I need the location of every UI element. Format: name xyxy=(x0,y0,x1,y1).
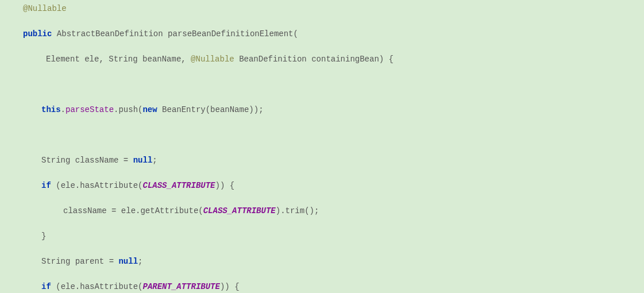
blank-line-2 xyxy=(0,129,644,141)
code-line-4: this.parseState.push(new BeanEntry(beanN… xyxy=(0,103,644,116)
code-line-10: if (ele.hasAttribute(PARENT_ATTRIBUTE)) … xyxy=(0,280,644,293)
code-line-3: Element ele, String beanName, @Nullable … xyxy=(0,53,644,65)
blank-line-1 xyxy=(0,78,644,91)
code-line-2: public AbstractBeanDefinition parseBeanD… xyxy=(0,28,644,40)
code-line-6: if (ele.hasAttribute(CLASS_ATTRIBUTE)) { xyxy=(0,179,644,192)
annotation: @Nullable xyxy=(23,4,67,13)
code-line-7: className = ele.getAttribute(CLASS_ATTRI… xyxy=(0,205,644,217)
code-line-8: } xyxy=(0,230,644,242)
code-line-9: String parent = null; xyxy=(0,255,644,268)
code-line-1: @Nullable xyxy=(0,2,644,15)
code-block: @Nullable public AbstractBeanDefinition … xyxy=(0,0,644,293)
code-line-5: String className = null; xyxy=(0,154,644,167)
